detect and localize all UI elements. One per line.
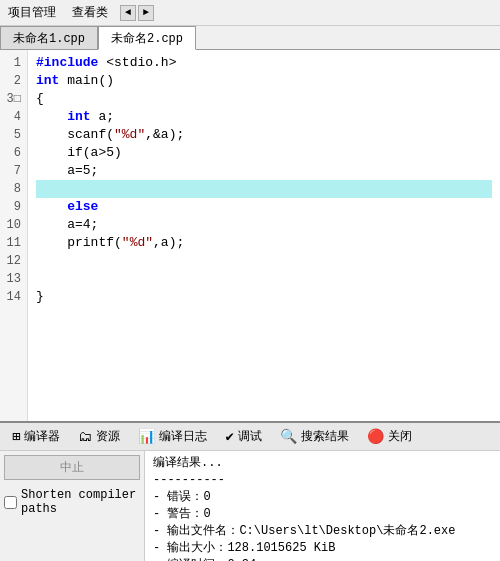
- nav-buttons: ◄ ►: [120, 5, 154, 21]
- close-label: 关闭: [388, 428, 412, 445]
- tab-search[interactable]: 🔍 搜索结果: [272, 426, 357, 447]
- search-label: 搜索结果: [301, 428, 349, 445]
- code-line-5: scanf("%d",&a);: [36, 126, 492, 144]
- line-num-12: 12: [0, 252, 27, 270]
- output-separator: ----------: [153, 472, 492, 489]
- tab-compile-log[interactable]: 📊 编译日志: [130, 426, 215, 447]
- code-editor[interactable]: #include <stdio.h> int main() { int a; s…: [28, 50, 500, 421]
- tab-debug[interactable]: ✔ 调试: [217, 426, 269, 447]
- code-line-4: int a;: [36, 108, 492, 126]
- tab-compiler[interactable]: ⊞ 编译器: [4, 426, 68, 447]
- line-num-7: 7: [0, 162, 27, 180]
- line-num-9: 9: [0, 198, 27, 216]
- tab-file1[interactable]: 未命名1.cpp: [0, 26, 98, 49]
- bottom-content: 中止 Shorten compiler paths 编译结果... ------…: [0, 451, 500, 561]
- shorten-label[interactable]: Shorten compiler paths: [4, 488, 140, 516]
- line-num-2: 2: [0, 72, 27, 90]
- line-num-4: 4: [0, 108, 27, 126]
- code-line-8: [36, 180, 492, 198]
- code-line-3: {: [36, 90, 492, 108]
- resources-icon: 🗂: [78, 429, 92, 445]
- compiler-label: 编译器: [24, 428, 60, 445]
- editor-area: 1 2 3□ 4 5 6 7 8 9 10 11 12 13 14 #inclu…: [0, 50, 500, 421]
- output-line-1: - 错误：0: [153, 489, 492, 506]
- code-line-11: printf("%d",a);: [36, 234, 492, 252]
- output-title: 编译结果...: [153, 455, 492, 472]
- line-num-11: 11: [0, 234, 27, 252]
- tab-resources[interactable]: 🗂 资源: [70, 426, 128, 447]
- code-line-10: a=4;: [36, 216, 492, 234]
- nav-prev-btn[interactable]: ◄: [120, 5, 136, 21]
- bottom-tab-bar: ⊞ 编译器 🗂 资源 📊 编译日志 ✔ 调试 🔍 搜索结果 🔴 关闭: [0, 423, 500, 451]
- line-numbers: 1 2 3□ 4 5 6 7 8 9 10 11 12 13 14: [0, 50, 28, 421]
- code-line-7: a=5;: [36, 162, 492, 180]
- compiler-icon: ⊞: [12, 428, 20, 445]
- close-icon: 🔴: [367, 428, 384, 445]
- output-line-4: - 输出大小：128.1015625 KiB: [153, 540, 492, 557]
- project-management-btn[interactable]: 项目管理: [4, 2, 60, 23]
- output-line-5: - 编译时间：0.34s: [153, 557, 492, 561]
- line-num-5: 5: [0, 126, 27, 144]
- line-num-10: 10: [0, 216, 27, 234]
- view-class-btn[interactable]: 查看类: [68, 2, 112, 23]
- line-num-3: 3□: [0, 90, 27, 108]
- debug-label: 调试: [238, 428, 262, 445]
- code-line-1: #include <stdio.h>: [36, 54, 492, 72]
- stop-button[interactable]: 中止: [4, 455, 140, 480]
- top-toolbar: 项目管理 查看类 ◄ ►: [0, 0, 500, 26]
- line-num-6: 6: [0, 144, 27, 162]
- bottom-panel: ⊞ 编译器 🗂 资源 📊 编译日志 ✔ 调试 🔍 搜索结果 🔴 关闭 中止: [0, 421, 500, 561]
- code-line-6: if(a>5): [36, 144, 492, 162]
- code-line-14: }: [36, 288, 492, 306]
- code-line-12: [36, 252, 492, 270]
- bottom-left-panel: 中止 Shorten compiler paths: [0, 451, 145, 561]
- tab-bar: 未命名1.cpp 未命名2.cpp: [0, 26, 500, 50]
- code-line-2: int main(): [36, 72, 492, 90]
- compile-log-icon: 📊: [138, 428, 155, 445]
- line-num-13: 13: [0, 270, 27, 288]
- search-icon: 🔍: [280, 428, 297, 445]
- output-line-3: - 输出文件名：C:\Users\lt\Desktop\未命名2.exe: [153, 523, 492, 540]
- output-line-2: - 警告：0: [153, 506, 492, 523]
- shorten-text: Shorten compiler paths: [21, 488, 140, 516]
- shorten-checkbox[interactable]: [4, 496, 17, 509]
- code-line-13: [36, 270, 492, 288]
- tab-file2[interactable]: 未命名2.cpp: [98, 26, 196, 50]
- resources-label: 资源: [96, 428, 120, 445]
- line-num-8: 8: [0, 180, 27, 198]
- tab-close[interactable]: 🔴 关闭: [359, 426, 420, 447]
- code-line-9: else: [36, 198, 492, 216]
- compile-log-label: 编译日志: [159, 428, 207, 445]
- debug-icon: ✔: [225, 428, 233, 445]
- line-num-14: 14: [0, 288, 27, 306]
- nav-next-btn[interactable]: ►: [138, 5, 154, 21]
- line-num-1: 1: [0, 54, 27, 72]
- output-panel: 编译结果... ---------- - 错误：0 - 警告：0 - 输出文件名…: [145, 451, 500, 561]
